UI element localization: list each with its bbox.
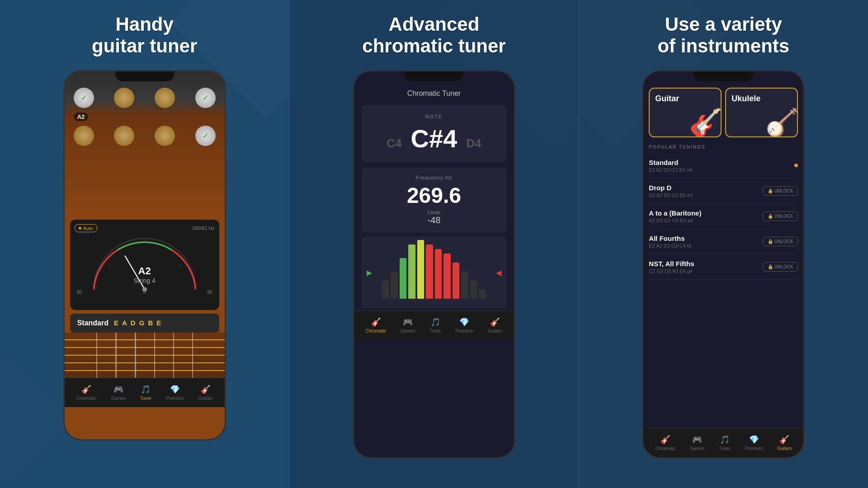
hz-display: 180/82 Hz [192, 225, 215, 231]
note-e2[interactable]: E [156, 319, 161, 327]
nav-tuner-label-2: Tuner [429, 328, 441, 333]
meter-bar [391, 272, 398, 299]
nav-tuner-3[interactable]: 🎵 Tuner [719, 435, 731, 451]
nav-chromatic-label-3: Chromatic [655, 446, 676, 451]
chromatic-screen-title: Chromatic Tuner [354, 84, 514, 101]
nav-chromatic-3[interactable]: 🎸 Chromatic [655, 435, 676, 451]
phone-3: Guitar 🎸 Ukulele 🪕 POPULAR TUNINGS Stand… [642, 70, 805, 459]
guitars-icon-2: 🎸 [490, 317, 500, 327]
peg-3 [155, 88, 175, 108]
svg-line-1 [107, 264, 110, 267]
meter-bar [408, 244, 415, 299]
note-d[interactable]: D [131, 319, 136, 327]
nav-games-2[interactable]: 🎮 Games [401, 317, 415, 333]
note-a[interactable]: A [122, 319, 127, 327]
guitar-head: ✓ ✓ A2 [65, 71, 225, 216]
freq-value: 269.6 [407, 183, 461, 208]
tuner-icon-3: 🎵 [720, 435, 730, 445]
meter-bar [479, 290, 486, 299]
main-container: Handy guitar tuner ✓ [0, 0, 868, 488]
unlock-btn-2[interactable]: 🔒 UNLOCK [763, 211, 798, 221]
phone-1-bottom-nav: 🎸 Chromatic 🎮 Games 🎵 Tuner 💎 [65, 378, 225, 407]
mid-pegs-row: ✓ [65, 126, 225, 146]
nav-chromatic-label-2: Chromatic [366, 328, 387, 333]
note-left: C4 [387, 136, 401, 150]
tuning-item[interactable]: StandardE2 A2 D3 G3 B3 e4 [649, 153, 798, 178]
phone-3-notch [694, 71, 753, 81]
note-e1[interactable]: E [114, 319, 118, 327]
unlock-btn-4[interactable]: 🔒 UNLOCK [763, 262, 798, 272]
peg-check-1: ✓ [81, 94, 87, 102]
nav-premium-2[interactable]: 💎 Premium [455, 317, 473, 333]
ukulele-card[interactable]: Ukulele 🪕 [725, 88, 798, 137]
tuning-item[interactable]: NST, All FifthsC2 G2 D3 A3 E4 g4🔒 UNLOCK [649, 254, 798, 280]
nav-tuner-1[interactable]: 🎵 Tuner [140, 385, 152, 401]
tuning-item[interactable]: Drop DD2 A2 D3 G3 B3 e4🔒 UNLOCK [649, 178, 798, 204]
note-right: D4 [466, 136, 481, 150]
tuning-item[interactable]: All FourthsE2 A2 D3 G3 C4 f4🔒 UNLOCK [649, 229, 798, 254]
peg-check-4: ✓ [203, 94, 208, 102]
premium-icon-1: 💎 [170, 385, 180, 394]
nav-guitars-label-2: Guitars [488, 328, 502, 333]
meter-arrow-left: ▶ [367, 268, 372, 277]
ukulele-name: Ukulele [731, 94, 760, 103]
tuning-name-0: Standard [649, 159, 692, 166]
unlock-btn-1[interactable]: 🔒 UNLOCK [763, 186, 798, 196]
strings-container [65, 333, 225, 378]
guitar-name: Guitar [655, 94, 679, 103]
peg-7 [155, 126, 175, 146]
cents-value: -48 [428, 215, 441, 225]
nav-games-3[interactable]: 🎮 Games [690, 435, 704, 451]
phone-3-bottom-nav: 🎸 Chromatic 🎮 Games 🎵 Tuner 💎 [643, 428, 803, 457]
phone-2-wrapper: Chromatic Tuner NOTE C4 C#4 D4 Frequency… [353, 70, 515, 459]
string-bar: Standard E A D G B E [70, 314, 219, 333]
tuning-notes-3: E2 A2 D3 G3 C4 f4 [649, 243, 691, 249]
nav-tuner-label-1: Tuner [140, 396, 152, 401]
phone-1-wrapper: ✓ ✓ A2 [63, 70, 226, 441]
note-center: C#4 [411, 124, 458, 153]
chromatic-icon-3: 🎸 [660, 435, 670, 445]
tuning-name: Standard [77, 319, 108, 327]
phone-1-notch [115, 71, 174, 81]
tuner-icon-1: 🎵 [141, 385, 151, 394]
tuning-item[interactable]: A to a (Baritone)A2 D3 G3 C4 E4 a4🔒 UNLO… [649, 204, 798, 229]
tunings-section: POPULAR TUNINGS StandardE2 A2 D3 G3 B3 e… [643, 141, 803, 428]
tuner-icon-2: 🎵 [430, 317, 440, 327]
unlock-btn-3[interactable]: 🔒 UNLOCK [763, 237, 798, 246]
nav-games-1[interactable]: 🎮 Games [111, 385, 126, 401]
cents-label: Cents [428, 210, 441, 215]
string-notes: E A D G B E [114, 319, 161, 327]
nav-premium-1[interactable]: 💎 Premium [166, 385, 184, 401]
nav-guitars-3[interactable]: 🎸 Guitars [777, 435, 792, 451]
nav-premium-3[interactable]: 💎 Premium [745, 435, 763, 451]
guitar-card[interactable]: Guitar 🎸 [649, 88, 722, 137]
nav-chromatic-2[interactable]: 🎸 Chromatic [366, 317, 387, 333]
chromatic-icon-2: 🎸 [371, 317, 381, 327]
panel-3: Use a variety of instruments Guitar 🎸 Uk… [579, 0, 868, 488]
nav-chromatic-label-1: Chromatic [76, 396, 97, 401]
nav-tuner-2[interactable]: 🎵 Tuner [429, 317, 441, 333]
auto-badge[interactable]: Auto [75, 224, 98, 232]
tuning-notes-1: D2 A2 D3 G3 B3 e4 [649, 192, 693, 198]
tuning-name-4: NST, All Fifths [649, 260, 694, 267]
ukulele-image: 🪕 [765, 107, 798, 137]
tuner-header: Auto 180/82 Hz [75, 224, 215, 232]
nav-chromatic-1[interactable]: 🎸 Chromatic [76, 385, 97, 401]
tuning-notes-0: E2 A2 D3 G3 B3 e4 [649, 167, 692, 173]
nav-guitars-2[interactable]: 🎸 Guitars [488, 317, 502, 333]
note-g[interactable]: G [139, 319, 145, 327]
meter-bar [435, 249, 442, 299]
guitars-icon-3: 🎸 [779, 435, 789, 445]
freq-card: Frequency Hz 269.6 Cents -48 [361, 168, 507, 233]
peg-check-8: ✓ [203, 131, 208, 140]
meter-bar [417, 240, 425, 299]
string-4 [154, 333, 155, 378]
note-display: C4 C#4 D4 [387, 124, 481, 153]
gauge-note-sub: String 4 [134, 277, 156, 284]
note-b[interactable]: B [148, 319, 153, 327]
gauge-svg [75, 235, 215, 293]
fretboard [65, 333, 225, 378]
note-card-label: NOTE [425, 114, 443, 119]
nav-guitars-1[interactable]: 🎸 Guitars [198, 385, 213, 401]
tuning-name-2: A to a (Baritone) [649, 209, 701, 217]
